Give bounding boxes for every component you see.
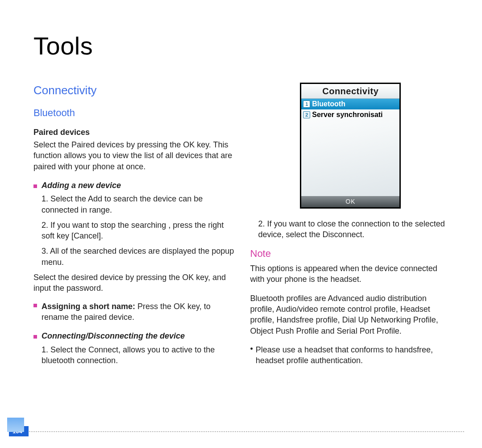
paired-devices-heading: Paired devices [33, 127, 234, 138]
index-2-icon: 2 [303, 111, 310, 118]
phone-menu-item-1: Bluetooth [312, 99, 345, 109]
sub-heading: Bluetooth [33, 106, 234, 120]
add-step-1: 1. Select the Add to search the device c… [42, 193, 234, 215]
footer-dashed-line [27, 431, 464, 432]
conn-step-2: 2. If you want to close the connection t… [258, 218, 451, 240]
square-bullet-icon [33, 304, 37, 307]
page-title: Tools [33, 31, 451, 60]
left-column: Connectivity Bluetooth Paired devices Se… [33, 83, 234, 370]
index-1-icon: 1 [303, 100, 310, 108]
note-text-1: This options is appeared when the device… [250, 263, 451, 285]
phone-ok-label: OK [301, 196, 399, 207]
note-bullet: Please use a headset that conforms to ha… [250, 344, 451, 366]
phone-screenshot: Connectivity 1 Bluetooth 2 Server synchr… [300, 83, 401, 209]
connecting-heading: Connecting/Disconnecting the device [33, 331, 234, 341]
square-bullet-icon [33, 335, 37, 339]
adding-new-device-heading: Adding a new device [33, 180, 234, 191]
select-device-text: Select the desired device by pressing th… [33, 272, 234, 294]
note-bullet-text: Please use a headset that conforms to ha… [256, 344, 451, 366]
add-step-2: 2. If you want to stop the searching , p… [42, 220, 234, 242]
phone-menu-server-sync: 2 Server synchronisati [301, 109, 399, 120]
side-tab [7, 418, 24, 432]
assign-bold: Assigning a short name: [42, 302, 135, 311]
page-footer: 104 [0, 426, 482, 432]
note-text-2: Bluetooth profiles are Advanced audio di… [250, 293, 451, 336]
connecting-label: Connecting/Disconnecting the device [42, 331, 185, 341]
phone-title: Connectivity [301, 84, 399, 99]
assign-short-name: Assigning a short name: Press the OK key… [33, 301, 234, 323]
adding-new-device-label: Adding a new device [42, 180, 121, 191]
square-bullet-icon [33, 184, 37, 188]
note-heading: Note [250, 247, 451, 260]
section-heading: Connectivity [33, 83, 234, 98]
right-column: Connectivity 1 Bluetooth 2 Server synchr… [250, 83, 451, 370]
paired-devices-text: Select the Paired devices by pressing th… [33, 139, 234, 172]
add-step-3: 3. All of the searched devices are displ… [42, 246, 234, 268]
phone-menu-bluetooth: 1 Bluetooth [301, 99, 399, 109]
conn-step-1: 1. Select the Connect, allows you to act… [42, 344, 234, 366]
phone-menu-item-2: Server synchronisati [312, 110, 382, 120]
